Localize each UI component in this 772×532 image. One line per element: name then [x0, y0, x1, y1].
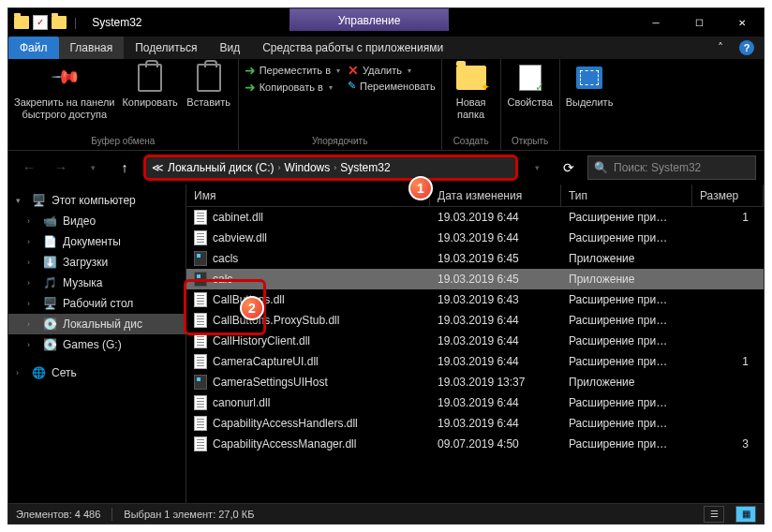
manage-tab[interactable]: Управление — [290, 8, 449, 31]
search-icon: 🔍 — [594, 161, 608, 174]
status-count: Элементов: 4 486 — [16, 509, 100, 520]
download-icon: ⬇️ — [42, 255, 57, 270]
table-row[interactable]: CallHistoryClient.dll19.03.2019 6:44Расш… — [186, 331, 764, 351]
file-icon — [194, 395, 207, 410]
col-date[interactable]: Дата изменения — [430, 185, 561, 206]
select-button[interactable]: Выделить — [566, 63, 614, 108]
file-date: 19.03.2019 6:44 — [430, 355, 561, 368]
table-row[interactable]: cabview.dll19.03.2019 6:44Расширение при… — [186, 228, 764, 248]
sidebar-item-documents[interactable]: ›📄Документы — [8, 231, 186, 252]
table-row[interactable]: canonurl.dll19.03.2019 6:44Расширение пр… — [186, 392, 764, 413]
back-button[interactable]: ← — [16, 155, 42, 181]
sidebar-item-desktop[interactable]: ›🖥️Рабочий стол — [8, 293, 186, 314]
bc-system32[interactable]: System32 — [340, 161, 390, 174]
video-icon: 📹 — [42, 214, 57, 229]
select-label: Выделить — [566, 96, 614, 108]
file-date: 19.03.2019 6:44 — [430, 211, 561, 224]
sidebar-item-videos[interactable]: ›📹Видео — [8, 211, 186, 231]
table-row[interactable]: CapabilityAccessHandlers.dll19.03.2019 6… — [186, 413, 764, 434]
file-name: CapabilityAccessHandlers.dll — [213, 417, 358, 430]
table-row[interactable]: CapabilityAccessManager.dll09.07.2019 4:… — [186, 434, 764, 454]
search-input[interactable]: 🔍 Поиск: System32 — [587, 155, 756, 180]
rename-button[interactable]: ✎Переименовать — [348, 80, 436, 92]
explorer-window: Управление ✓ | System32 ─ ☐ ✕ Файл Главн… — [7, 7, 765, 525]
properties-button[interactable]: Свойства — [507, 63, 554, 108]
file-type: Расширение при… — [561, 417, 692, 430]
bc-drive[interactable]: Локальный диск (C:) — [168, 161, 275, 174]
sidebar-item-local-disk[interactable]: ›💽Локальный дис — [8, 314, 186, 334]
file-size: 1 — [692, 355, 764, 368]
file-name: cacls — [213, 252, 238, 265]
file-type: Приложение — [561, 252, 692, 265]
help-button[interactable]: ? — [730, 37, 764, 59]
file-type: Расширение при… — [561, 314, 692, 327]
sidebar[interactable]: ▾🖥️Этот компьютер ›📹Видео ›📄Документы ›⬇… — [8, 185, 186, 503]
file-date: 19.03.2019 13:37 — [430, 376, 561, 389]
history-dropdown[interactable]: ▾ — [80, 155, 106, 181]
view-details-button[interactable]: ☰ — [704, 506, 724, 523]
file-date: 19.03.2019 6:44 — [430, 314, 561, 327]
move-to-button[interactable]: ➜Переместить в▾ — [245, 63, 340, 78]
sidebar-item-downloads[interactable]: ›⬇️Загрузки — [8, 252, 186, 273]
pin-button[interactable]: 📌 Закрепить на панели быстрого доступа — [14, 63, 114, 121]
bc-windows[interactable]: Windows — [285, 161, 331, 174]
table-row[interactable]: cacls19.03.2019 6:45Приложение — [186, 248, 764, 269]
file-type: Расширение при… — [561, 211, 692, 224]
nav-row: ← → ▾ ↑ ≪ Локальный диск (C:) › Windows … — [8, 151, 764, 185]
file-list: Имя Дата изменения Тип Размер cabinet.dl… — [186, 185, 764, 503]
refresh-button[interactable]: ⟳ — [556, 155, 582, 181]
copy-button[interactable]: Копировать — [122, 63, 177, 108]
paste-button[interactable]: Вставить — [186, 63, 232, 108]
col-name[interactable]: Имя — [186, 185, 430, 206]
file-date: 19.03.2019 6:43 — [430, 293, 561, 306]
document-icon: 📄 — [42, 234, 57, 249]
menu-share[interactable]: Поделиться — [124, 37, 208, 59]
sidebar-item-this-pc[interactable]: ▾🖥️Этот компьютер — [8, 190, 186, 211]
file-icon — [194, 333, 207, 348]
breadcrumb[interactable]: ≪ Локальный диск (C:) › Windows › System… — [143, 155, 518, 181]
col-size[interactable]: Размер — [692, 185, 764, 206]
minimize-button[interactable]: ─ — [634, 8, 677, 37]
col-type[interactable]: Тип — [561, 185, 692, 206]
menu-file[interactable]: Файл — [8, 37, 59, 59]
file-icon — [194, 313, 207, 328]
drive-icon: 💽 — [42, 317, 57, 332]
file-name: calc — [213, 273, 232, 286]
check-icon[interactable]: ✓ — [33, 15, 48, 30]
file-type: Расширение при… — [561, 334, 692, 347]
ribbon: 📌 Закрепить на панели быстрого доступа К… — [8, 59, 764, 151]
maximize-button[interactable]: ☐ — [677, 8, 720, 37]
table-row[interactable]: CallButtons.dll19.03.2019 6:43Расширение… — [186, 289, 764, 310]
status-selection: Выбран 1 элемент: 27,0 КБ — [124, 509, 254, 520]
file-type: Расширение при… — [561, 293, 692, 306]
sidebar-item-network[interactable]: ›🌐Сеть — [8, 362, 186, 383]
new-folder-label: Новая папка — [456, 96, 486, 121]
search-placeholder: Поиск: System32 — [614, 161, 701, 174]
table-row[interactable]: cabinet.dll19.03.2019 6:44Расширение при… — [186, 207, 764, 228]
sidebar-item-music[interactable]: ›🎵Музыка — [8, 273, 186, 293]
drive-icon: 💽 — [42, 337, 57, 352]
table-row[interactable]: CameraSettingsUIHost19.03.2019 13:37Прил… — [186, 372, 764, 392]
forward-button[interactable]: → — [48, 155, 74, 181]
delete-button[interactable]: ✕Удалить▾ — [348, 63, 436, 78]
close-button[interactable]: ✕ — [720, 8, 764, 37]
new-folder-button[interactable]: Новая папка — [448, 63, 495, 121]
menu-app-tools[interactable]: Средства работы с приложениями — [251, 37, 454, 59]
statusbar: Элементов: 4 486 Выбран 1 элемент: 27,0 … — [8, 503, 764, 524]
copy-to-button[interactable]: ➜Копировать в▾ — [245, 80, 340, 95]
table-row[interactable]: CameraCaptureUI.dll19.03.2019 6:44Расшир… — [186, 351, 764, 372]
menu-home[interactable]: Главная — [59, 37, 125, 59]
up-button[interactable]: ↑ — [111, 155, 138, 181]
file-icon — [194, 292, 207, 307]
table-row[interactable]: CallButtons.ProxyStub.dll19.03.2019 6:44… — [186, 310, 764, 331]
network-icon: 🌐 — [31, 365, 46, 380]
bc-dropdown[interactable]: ▾ — [524, 155, 550, 181]
view-icons-button[interactable]: ▦ — [735, 506, 756, 523]
sidebar-item-games[interactable]: ›💽Games (G:) — [8, 334, 186, 355]
menu-view[interactable]: Вид — [208, 37, 251, 59]
file-rows[interactable]: cabinet.dll19.03.2019 6:44Расширение при… — [186, 207, 764, 503]
file-type: Расширение при… — [561, 355, 692, 368]
collapse-ribbon-button[interactable]: ˄ — [711, 37, 730, 59]
table-row[interactable]: calc19.03.2019 6:45Приложение — [186, 269, 764, 289]
desktop-icon: 🖥️ — [42, 296, 57, 311]
